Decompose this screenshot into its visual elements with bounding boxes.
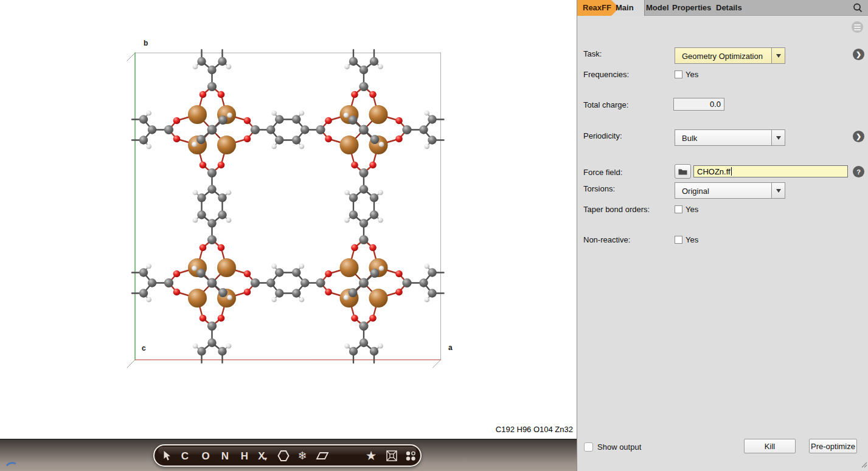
frequencies-checkbox[interactable] xyxy=(675,70,682,78)
total-charge-label: Total charge: xyxy=(583,100,628,109)
torsions-dropdown-arrow[interactable] xyxy=(771,183,785,198)
periodicity-value: Bulk xyxy=(682,133,697,142)
freeze-tool[interactable]: ❄ xyxy=(297,450,307,461)
hydrogen-tool[interactable]: H xyxy=(241,450,248,461)
question-mark-icon: ? xyxy=(856,168,861,176)
task-dropdown[interactable]: Geometry Optimization xyxy=(675,47,785,64)
reaxff-settings-panel: ReaxFF Main Model Properties Details Tas… xyxy=(577,0,868,471)
chevron-right-icon: ❯ xyxy=(856,132,861,140)
box-view-icon xyxy=(386,450,398,462)
plane-tool[interactable] xyxy=(315,450,330,461)
hexagon-icon xyxy=(277,450,290,462)
torsions-label: Torsions: xyxy=(583,184,615,193)
taper-bond-orders-checkbox[interactable] xyxy=(675,205,682,213)
dots-icon xyxy=(405,450,417,461)
kill-button-label: Kill xyxy=(765,442,775,451)
chevron-right-icon: ❯ xyxy=(856,50,861,58)
tab-details[interactable]: Details xyxy=(716,0,742,16)
perspective-tool[interactable] xyxy=(386,450,398,462)
show-output-label[interactable]: Show output xyxy=(597,442,641,452)
panel-menu-button[interactable] xyxy=(852,21,863,33)
total-charge-input[interactable]: 0.0 xyxy=(673,98,724,111)
snowflake-icon: ❄ xyxy=(297,450,307,462)
axis-label-b: b xyxy=(144,39,148,47)
task-value: Geometry Optimization xyxy=(682,51,763,60)
non-reactive-option-label[interactable]: Yes xyxy=(686,235,698,244)
tab-model[interactable]: Model xyxy=(646,0,669,16)
ring-tool[interactable] xyxy=(277,450,290,462)
axis-label-c: c xyxy=(142,344,146,352)
down-triangle-icon xyxy=(776,136,781,140)
element-x-tool[interactable]: X ▾ xyxy=(258,450,265,461)
pre-optimize-button-label: Pre-optimize xyxy=(811,442,855,451)
taper-option-label[interactable]: Yes xyxy=(686,205,698,214)
force-field-label: Force field: xyxy=(583,168,622,177)
panel-tab-bar: ReaxFF Main Model Properties Details xyxy=(577,0,868,16)
tab-reaxff[interactable]: ReaxFF xyxy=(577,0,619,16)
task-label: Task: xyxy=(583,49,602,58)
folder-icon xyxy=(678,168,687,175)
down-triangle-icon xyxy=(776,189,781,193)
non-reactive-checkbox[interactable] xyxy=(675,236,682,244)
tab-properties[interactable]: Properties xyxy=(672,0,711,16)
non-reactive-label: Non-reactive: xyxy=(583,235,630,244)
taper-bond-orders-label: Taper bond orders: xyxy=(583,205,650,214)
down-triangle-icon xyxy=(776,54,781,58)
scm-logo-partial xyxy=(4,461,21,471)
show-output-checkbox[interactable] xyxy=(584,442,593,452)
periodicity-details-button[interactable]: ❯ xyxy=(853,131,864,142)
force-field-input[interactable]: CHOZn.ff xyxy=(693,165,848,177)
periodicity-dropdown[interactable]: Bulk xyxy=(675,129,785,146)
nitrogen-tool[interactable]: N xyxy=(221,450,229,461)
search-icon xyxy=(852,2,863,13)
frequencies-label: Frequencies: xyxy=(583,70,629,79)
frequencies-option-label[interactable]: Yes xyxy=(686,70,698,79)
periodicity-dropdown-arrow[interactable] xyxy=(771,130,785,145)
parallelogram-icon xyxy=(315,450,330,461)
pre-optimize-button[interactable]: Pre-optimize xyxy=(809,439,857,453)
task-dropdown-arrow[interactable] xyxy=(771,48,785,63)
molecule-canvas[interactable] xyxy=(0,0,577,439)
viewer-bottom-bar: C O N H X ▾ ❄ ★ xyxy=(0,439,577,471)
tab-main[interactable]: Main xyxy=(616,0,634,16)
periodicity-label: Periodicity: xyxy=(583,131,622,140)
force-field-browse-button[interactable] xyxy=(675,164,691,179)
element-toolbar: C O N H X ▾ ❄ ★ xyxy=(153,444,422,467)
molecule-viewport[interactable]: b c a C192 H96 O104 Zn32 xyxy=(0,0,577,439)
total-charge-value: 0.0 xyxy=(710,100,721,109)
star-icon: ★ xyxy=(366,450,376,462)
oxygen-tool[interactable]: O xyxy=(201,450,209,461)
carbon-tool[interactable]: C xyxy=(181,450,189,461)
formula-label: C192 H96 O104 Zn32 xyxy=(496,425,573,434)
force-field-help-button[interactable]: ? xyxy=(853,166,864,177)
axis-label-a: a xyxy=(448,343,453,352)
search-button[interactable] xyxy=(852,2,863,13)
torsions-value: Original xyxy=(682,186,709,195)
kill-button[interactable]: Kill xyxy=(744,439,796,453)
pointer-icon xyxy=(164,451,172,461)
text-cursor xyxy=(731,167,732,176)
torsions-dropdown[interactable]: Original xyxy=(675,182,785,199)
resize-grip[interactable] xyxy=(861,459,867,470)
menu-icon xyxy=(854,24,861,26)
resize-grip-icon xyxy=(861,461,867,468)
task-details-button[interactable]: ❯ xyxy=(853,49,864,60)
force-field-value: CHOZn.ff xyxy=(697,167,731,176)
atoms-display-tool[interactable] xyxy=(405,450,417,461)
favorites-tool[interactable]: ★ xyxy=(366,450,376,461)
select-pointer-tool[interactable] xyxy=(164,451,172,461)
element-x-dropdown-arrow: ▾ xyxy=(264,456,267,461)
